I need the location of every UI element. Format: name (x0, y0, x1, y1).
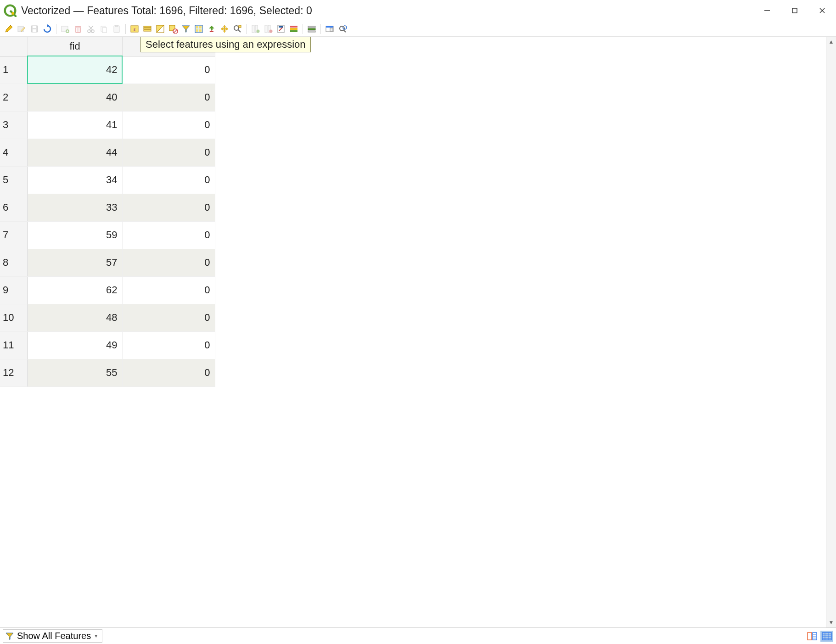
toolbar-separator (246, 24, 247, 34)
table-row[interactable]: 6330 (0, 194, 215, 221)
maximize-button[interactable] (781, 0, 808, 21)
svg-point-44 (257, 29, 260, 33)
svg-line-60 (344, 30, 346, 32)
svg-rect-3 (792, 8, 797, 13)
svg-point-59 (340, 26, 344, 31)
row-number-cell[interactable]: 6 (0, 194, 28, 221)
cell-fid[interactable]: 40 (28, 84, 122, 111)
table-view-button[interactable] (820, 631, 833, 642)
svg-rect-49 (279, 26, 283, 28)
dock-icon[interactable] (324, 23, 336, 35)
row-number-cell[interactable]: 12 (0, 359, 28, 386)
scroll-down-icon[interactable]: ▼ (827, 618, 836, 627)
pan-to-icon[interactable] (219, 23, 230, 35)
table-row[interactable]: 3410 (0, 111, 215, 139)
svg-text:ε: ε (134, 26, 136, 32)
cell-dn[interactable]: 0 (122, 194, 215, 221)
svg-rect-52 (290, 30, 297, 32)
cell-fid[interactable]: 33 (28, 194, 122, 221)
titlebar: Vectorized — Features Total: 1696, Filte… (0, 0, 836, 21)
cell-dn[interactable]: 0 (122, 276, 215, 304)
cell-fid[interactable]: 48 (28, 304, 122, 331)
table-row[interactable]: 9620 (0, 276, 215, 304)
cell-fid[interactable]: 44 (28, 139, 122, 166)
funnel-icon (5, 632, 14, 641)
svg-rect-14 (76, 27, 80, 33)
cell-dn[interactable]: 0 (122, 359, 215, 386)
scroll-up-icon[interactable]: ▲ (827, 38, 836, 46)
field-calc-icon[interactable] (275, 23, 287, 35)
cell-fid[interactable]: 62 (28, 276, 122, 304)
multi-edit-icon (16, 23, 28, 35)
header-rownum[interactable] (0, 37, 28, 56)
row-number-cell[interactable]: 2 (0, 84, 28, 111)
row-number-cell[interactable]: 3 (0, 111, 28, 139)
cell-dn[interactable]: 0 (122, 56, 215, 84)
toolbar-separator (56, 24, 56, 34)
table-row[interactable]: 1420 (0, 56, 215, 84)
cell-fid[interactable]: 42 (28, 56, 122, 84)
reload-layer-icon[interactable] (337, 23, 348, 35)
zoom-to-icon[interactable] (231, 23, 243, 35)
cell-dn[interactable]: 0 (122, 331, 215, 359)
deselect-icon[interactable] (167, 23, 179, 35)
table-row[interactable]: 7590 (0, 221, 215, 249)
actions-icon[interactable] (306, 23, 318, 35)
table-area: fid DN 142024003410444053406330759085709… (0, 37, 836, 627)
cell-fid[interactable]: 55 (28, 359, 122, 386)
row-number-cell[interactable]: 5 (0, 166, 28, 194)
row-number-cell[interactable]: 10 (0, 304, 28, 331)
cell-dn[interactable]: 0 (122, 166, 215, 194)
svg-rect-55 (308, 31, 315, 32)
select-expression-icon[interactable]: ε (129, 23, 140, 35)
cell-fid[interactable]: 57 (28, 249, 122, 276)
table-row[interactable]: 4440 (0, 139, 215, 166)
cell-fid[interactable]: 41 (28, 111, 122, 139)
row-number-cell[interactable]: 7 (0, 221, 28, 249)
row-number-cell[interactable]: 4 (0, 139, 28, 166)
conditional-format-icon[interactable] (288, 23, 300, 35)
cell-dn[interactable]: 0 (122, 249, 215, 276)
table-row[interactable]: 10480 (0, 304, 215, 331)
row-number-cell[interactable]: 11 (0, 331, 28, 359)
cell-fid[interactable]: 49 (28, 331, 122, 359)
filter-mode-button[interactable]: Show All Features ▼ (3, 629, 102, 643)
invert-selection-icon[interactable] (154, 23, 166, 35)
table-row[interactable]: 5340 (0, 166, 215, 194)
select-value-icon[interactable] (193, 23, 205, 35)
table-row[interactable]: 8570 (0, 249, 215, 276)
toolbar: ε (0, 21, 836, 37)
cell-dn[interactable]: 0 (122, 221, 215, 249)
table-row[interactable]: 2400 (0, 84, 215, 111)
pencil-icon[interactable] (3, 23, 15, 35)
svg-rect-51 (290, 28, 297, 30)
cell-fid[interactable]: 34 (28, 166, 122, 194)
table-row[interactable]: 11490 (0, 331, 215, 359)
svg-rect-23 (102, 28, 107, 33)
move-top-icon[interactable] (206, 23, 218, 35)
svg-rect-29 (144, 28, 151, 29)
minimize-button[interactable] (753, 0, 781, 21)
row-number-cell[interactable]: 1 (0, 56, 28, 84)
header-fid[interactable]: fid (28, 37, 122, 56)
attribute-table[interactable]: fid DN 142024003410444053406330759085709… (0, 37, 215, 387)
delete-column-icon (262, 23, 274, 35)
new-column-icon (249, 23, 261, 35)
select-all-icon[interactable] (141, 23, 153, 35)
table-row[interactable]: 12550 (0, 359, 215, 386)
cell-dn[interactable]: 0 (122, 304, 215, 331)
reload-icon[interactable] (41, 23, 53, 35)
svg-rect-9 (33, 29, 36, 32)
close-button[interactable] (808, 0, 836, 21)
row-number-cell[interactable]: 9 (0, 276, 28, 304)
cell-dn[interactable]: 0 (122, 139, 215, 166)
vertical-scrollbar[interactable]: ▲ ▼ (826, 37, 836, 627)
svg-rect-53 (308, 26, 315, 28)
paste-icon (111, 23, 123, 35)
row-number-cell[interactable]: 8 (0, 249, 28, 276)
form-view-button[interactable] (806, 631, 819, 642)
cell-dn[interactable]: 0 (122, 111, 215, 139)
filter-icon[interactable] (180, 23, 192, 35)
cell-dn[interactable]: 0 (122, 84, 215, 111)
cell-fid[interactable]: 59 (28, 221, 122, 249)
